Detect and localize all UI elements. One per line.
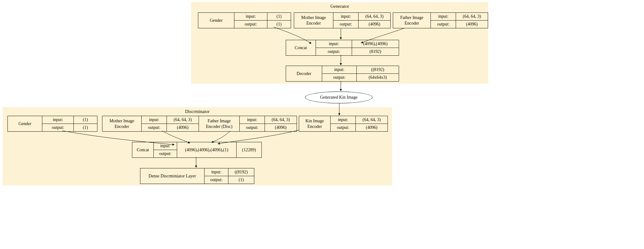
- disc-father-output-v: (4096): [265, 124, 297, 132]
- gen-mother-output-l: output:: [333, 21, 359, 28]
- disc-concat-node: Concat input: (4096),(4096),(4096),(1) (…: [132, 142, 262, 158]
- disc-kin-node: Kin ImageEncoder input: (64, 64, 3) outp…: [299, 116, 388, 132]
- disc-gender-output-v: (1): [74, 124, 97, 132]
- disc-kin-output-v: (4096): [356, 124, 388, 132]
- disc-dense-input-l: input:: [204, 168, 228, 176]
- disc-mother-output-l: output:: [142, 124, 167, 132]
- gen-father-node: Father ImageEncoder input: (64, 64, 3) o…: [393, 12, 488, 28]
- gen-decoder-output-l: output:: [322, 74, 357, 82]
- gen-decoder-output-v: (64x64x3): [357, 74, 399, 82]
- disc-kin-output-l: output:: [331, 124, 356, 132]
- gen-father-input-v: (64, 64, 3): [456, 13, 488, 21]
- gen-concat-label: Concat: [286, 40, 316, 56]
- gen-decoder-input-l: input:: [322, 66, 357, 74]
- gen-mother-input-v: (64, 64, 3): [359, 13, 391, 21]
- disc-mother-input-v: (64, 64, 3): [167, 116, 199, 124]
- gen-concat-node: Concat input: (4096),(4096) output: (819…: [286, 40, 399, 56]
- disc-father-node: Father ImageEncoder (Disc) input: (64, 6…: [199, 116, 297, 132]
- gen-gender-output-v: (1): [267, 21, 291, 28]
- gen-gender-input-l: input:: [234, 13, 267, 21]
- gen-concat-output-v: (8192): [352, 48, 399, 56]
- disc-concat-input-l: input:: [154, 142, 177, 150]
- disc-dense-node: Dense Discrminiator Layer input: ((8192)…: [140, 168, 254, 184]
- gen-decoder-label: Decoder: [286, 66, 322, 82]
- disc-mother-input-l: input:: [142, 116, 167, 124]
- disc-gender-node: Gender input: (1) output: (1): [7, 116, 97, 132]
- gen-mother-label: Mother ImageEncoder: [294, 13, 333, 28]
- gen-decoder-node: Decoder input: ((8192) output: (64x64x3): [286, 66, 399, 82]
- disc-dense-input-v: ((8192): [228, 168, 254, 176]
- gen-mother-node: Mother ImageEncoder input: (64, 64, 3) o…: [294, 12, 391, 28]
- gen-gender-output-l: output:: [234, 21, 267, 28]
- disc-concat-output-l: output:: [154, 150, 177, 158]
- gen-mother-output-v: (4096): [359, 21, 391, 28]
- generated-kin-node: Generated Kin Image: [305, 92, 373, 103]
- disc-kin-label: Kin ImageEncoder: [299, 116, 331, 132]
- disc-concat-input-v: (4096),(4096),(4096),(1): [177, 142, 237, 158]
- disc-gender-output-l: output:: [42, 124, 74, 132]
- disc-father-label: Father ImageEncoder (Disc): [199, 116, 240, 132]
- gen-concat-input-l: input:: [316, 40, 352, 48]
- disc-father-input-l: input:: [240, 116, 265, 124]
- gen-father-input-l: input:: [431, 13, 456, 21]
- disc-mother-output-v: (4096): [167, 124, 199, 132]
- gen-concat-output-l: output:: [316, 48, 352, 56]
- gen-father-label: Father ImageEncoder: [393, 13, 431, 28]
- disc-dense-output-v: (1): [228, 176, 254, 184]
- disc-father-output-l: output:: [240, 124, 265, 132]
- disc-concat-extra: (12289): [237, 142, 262, 158]
- gen-father-output-v: (4096): [456, 21, 488, 28]
- gen-gender-node: Gender input: (1) output: (1): [198, 12, 291, 28]
- gen-gender-input-v: (1): [267, 13, 291, 21]
- disc-mother-label: Mother ImageEncoder: [102, 116, 142, 132]
- disc-mother-node: Mother ImageEncoder input: (64, 64, 3) o…: [102, 116, 199, 132]
- generator-title: Generator: [331, 4, 349, 9]
- disc-gender-input-v: (1): [74, 116, 97, 124]
- disc-kin-input-v: (64, 64, 3): [356, 116, 388, 124]
- gen-father-output-l: output:: [431, 21, 456, 28]
- disc-father-input-v: (64, 64, 3): [265, 116, 297, 124]
- gen-gender-label: Gender: [198, 13, 234, 28]
- disc-dense-label: Dense Discrminiator Layer: [140, 168, 204, 184]
- disc-kin-input-l: input:: [331, 116, 356, 124]
- discriminator-title: Discrminator: [185, 109, 209, 114]
- disc-gender-label: Gender: [8, 116, 42, 132]
- gen-mother-input-l: input:: [333, 13, 359, 21]
- gen-decoder-input-v: ((8192): [357, 66, 399, 74]
- disc-gender-input-l: input:: [42, 116, 74, 124]
- gen-concat-input-v: (4096),(4096): [352, 40, 399, 48]
- disc-concat-label: Concat: [132, 142, 154, 158]
- disc-dense-output-l: output:: [204, 176, 228, 184]
